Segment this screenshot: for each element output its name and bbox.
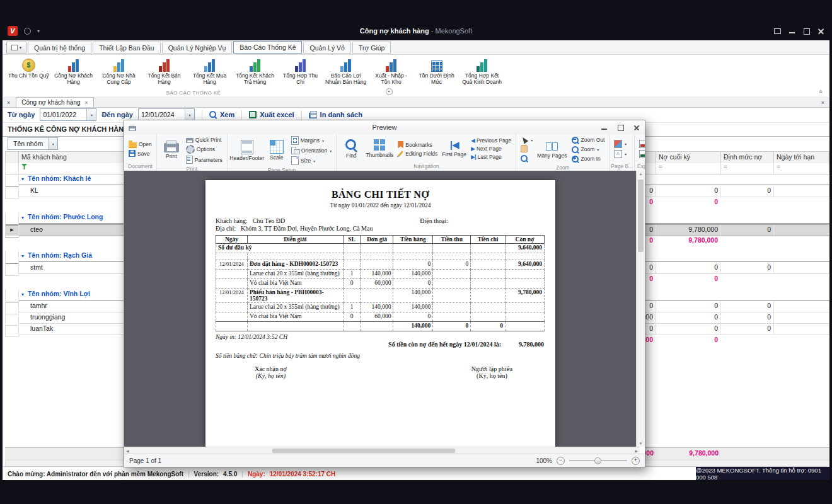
ribbon-tab[interactable]: Thiết Lập Ban Đầu — [93, 42, 161, 54]
scroll-up-icon[interactable]: ▲ — [639, 172, 643, 176]
collapse-icon[interactable]: ▾ — [21, 292, 24, 297]
print-list-button[interactable]: In danh sách — [309, 111, 362, 118]
from-date-dropdown-icon[interactable]: ▾ — [86, 109, 96, 120]
maximize-icon[interactable] — [802, 27, 811, 35]
zoom-out-icon[interactable]: − — [557, 457, 565, 465]
thumbnails-button[interactable]: Thumbnails — [364, 138, 395, 159]
magnifier-tool-button[interactable] — [519, 154, 534, 163]
parameters-button[interactable]: Parameters — [185, 155, 224, 164]
close-all-tabs-icon[interactable]: × — [3, 100, 14, 107]
ribbon-item[interactable]: Tổng Hợp Kết Quả Kinh Doanh — [459, 57, 505, 91]
many-pages-button[interactable]: Many Pages — [536, 139, 568, 159]
print-button[interactable]: Print — [160, 139, 183, 160]
last-page-button[interactable]: ▶|Last Page — [470, 153, 512, 161]
ribbon-item[interactable]: Xuất - Nhập - Tồn Kho — [369, 57, 414, 91]
toolbar-section-print: Print Quick Print Options Parameters Pri… — [157, 134, 228, 171]
ribbon-collapse-icon[interactable]: « — [818, 90, 825, 94]
zoom-slider-thumb[interactable] — [594, 457, 601, 464]
watermark-button[interactable]: ▾ — [613, 149, 628, 159]
previous-page-button[interactable]: ◀Previous Page — [470, 137, 512, 144]
ribbon-item[interactable]: $Thu Chi Tồn Quỹ — [6, 57, 51, 91]
record-icon[interactable] — [24, 28, 31, 35]
ribbon-tab[interactable]: Quản trị hệ thống — [28, 42, 91, 54]
group-selector[interactable]: Tên nhóm ▾ — [8, 137, 58, 150]
ribbon-item[interactable]: Tổng Kết Bán Hàng — [142, 57, 187, 91]
close-icon[interactable] — [816, 27, 826, 35]
scale-button[interactable]: Scale — [265, 139, 288, 161]
zoom-in-button[interactable]: Zoom In — [570, 154, 606, 163]
export-document-button[interactable]: ▾ — [638, 139, 645, 149]
tabbar-close-icon[interactable]: × — [816, 100, 829, 107]
orientation-button[interactable]: Orientation▾ — [290, 146, 333, 155]
ribbon-tab[interactable]: Báo Cáo Thống Kê — [233, 41, 302, 54]
horizontal-scroll-thumb[interactable] — [272, 449, 455, 453]
preview-titlebar[interactable]: Preview — [124, 120, 645, 135]
dinh-muc-no-header[interactable]: Định mức nợ — [721, 151, 774, 164]
fullscreen-icon[interactable] — [773, 27, 782, 35]
ngay-toi-han-header[interactable]: Ngày tới hạn — [774, 151, 829, 164]
from-date-input[interactable]: 01/01/2022 ▾ — [40, 108, 96, 121]
options-button[interactable]: Options — [185, 144, 224, 154]
coins-icon: $ — [22, 57, 35, 72]
first-page-button[interactable]: |◀First Page — [441, 139, 468, 158]
margins-button[interactable]: Margins▾ — [290, 135, 333, 146]
group-dialog-launcher-icon[interactable] — [386, 88, 393, 95]
collapse-icon[interactable]: ▾ — [21, 215, 24, 220]
magnifier-icon — [521, 154, 528, 162]
send-document-button[interactable]: ▾ — [638, 149, 645, 159]
preview-maximize-icon[interactable] — [612, 122, 628, 133]
ribbon-tab[interactable]: Trợ Giúp — [352, 42, 391, 54]
view-button[interactable]: Xem — [209, 111, 234, 118]
pointer-tool-button[interactable]: ▾ — [519, 136, 534, 144]
scroll-down-icon[interactable]: ▼ — [639, 442, 643, 445]
group-selector-dropdown-icon[interactable]: ▾ — [48, 138, 57, 149]
header-footer-button[interactable]: Header/Footer — [231, 139, 263, 162]
zoom-in-icon[interactable]: + — [632, 457, 640, 465]
pencil-icon — [398, 151, 403, 157]
scroll-left-icon[interactable]: ◀ — [126, 449, 129, 453]
toolbar-section-document: Open Save Document — [124, 134, 157, 171]
preview-minimize-icon[interactable] — [596, 122, 612, 133]
ribbon-item[interactable]: Tồn Dưới Định Mức — [414, 57, 459, 91]
ribbon-item[interactable]: Công Nợ Khách Hàng — [51, 57, 96, 91]
ribbon-item[interactable]: Công Nợ Nhà Cung Cấp — [96, 57, 142, 91]
app-menu-button[interactable]: ▾ — [6, 42, 26, 54]
quick-print-button[interactable]: Quick Print — [185, 135, 224, 144]
hand-tool-button[interactable] — [519, 144, 534, 153]
bookmarks-button[interactable]: Bookmarks — [396, 140, 439, 149]
ribbon-item-label: Xuất - Nhập - Tồn Kho — [371, 73, 412, 85]
collapse-icon[interactable]: ▾ — [21, 253, 24, 259]
document-tab[interactable]: Công nợ khách hàng × — [16, 97, 93, 107]
chart-icon — [340, 57, 351, 72]
to-date-input[interactable]: 12/01/2024 ▾ — [138, 108, 195, 121]
preview-vertical-scrollbar[interactable]: ▲ ▼ — [636, 171, 645, 447]
page-color-button[interactable]: ▾ — [613, 139, 628, 149]
zoom-button[interactable]: Zoom▾ — [570, 145, 606, 154]
collapse-icon[interactable]: ▾ — [21, 176, 24, 182]
ribbon-item[interactable]: Báo Cáo Lợi Nhuận Bán Hàng — [323, 57, 369, 91]
zoom-out-button[interactable]: Zoom Out — [570, 135, 606, 144]
preview-close-icon[interactable] — [628, 122, 645, 133]
to-date-dropdown-icon[interactable]: ▾ — [185, 109, 194, 120]
ribbon-tab[interactable]: Quản Lý Nghiệp Vụ — [162, 42, 233, 54]
ribbon-tab[interactable]: Quản Lý Vỏ — [303, 42, 350, 54]
export-excel-button[interactable]: Xuất excel — [249, 111, 294, 118]
ribbon-item[interactable]: Tổng Hợp Thu Chi — [278, 57, 323, 91]
size-button[interactable]: Size▾ — [290, 156, 333, 166]
scroll-right-icon[interactable]: ▶ — [635, 449, 638, 453]
save-button[interactable]: Save — [127, 149, 153, 158]
ribbon-item[interactable]: Tổng Kết Mua Hàng — [187, 57, 233, 91]
tab-close-icon[interactable]: × — [85, 100, 88, 106]
open-button[interactable]: Open — [127, 140, 153, 149]
minimize-icon[interactable] — [787, 27, 797, 35]
ribbon-item[interactable]: Tổng Kết Khách Trả Hàng — [233, 57, 278, 91]
vertical-scroll-thumb[interactable] — [638, 180, 644, 252]
no-cuoi-ky-header[interactable]: Nợ cuối kỳ — [656, 151, 721, 164]
ribbon: ▾ Quản trị hệ thốngThiết Lập Ban ĐầuQuản… — [3, 40, 829, 97]
find-button[interactable]: Find — [340, 138, 362, 159]
editing-fields-button[interactable]: Editing Fields — [396, 150, 439, 158]
zoom-slider[interactable] — [569, 460, 627, 461]
next-page-button[interactable]: ▶Next Page — [470, 145, 512, 152]
printer-icon — [309, 113, 317, 118]
quickaccess-dropdown-icon[interactable]: ▾ — [37, 28, 40, 34]
